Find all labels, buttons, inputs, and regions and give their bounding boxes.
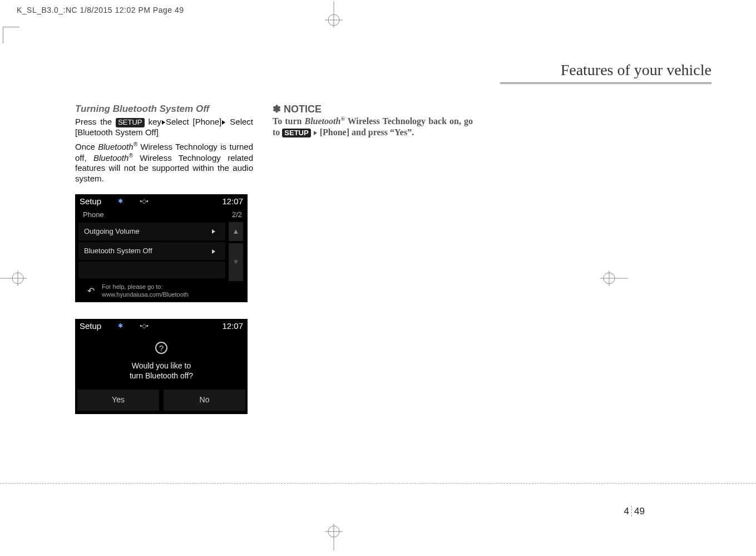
question-icon: ?	[75, 334, 248, 358]
text: Select [Phone]	[166, 117, 221, 126]
scroll-up-button[interactable]: ▲	[229, 222, 243, 241]
registration-mark-bottom	[317, 524, 350, 550]
text: key	[145, 117, 161, 126]
clock: 12:07	[222, 321, 243, 332]
menu-bluetooth-system-off[interactable]: Bluetooth System Off	[78, 242, 225, 260]
text: [Phone] and press “Yes”.	[320, 127, 414, 137]
print-header: K_SL_B3.0_:NC 1/8/2015 12:02 PM Page 49	[17, 6, 184, 14]
screenshot-setup-phone: Setup ✱ •◇• 12:07 Phone 2/2 Outgoing Vol…	[75, 194, 248, 302]
screen-title: Setup	[80, 321, 101, 332]
setup-key-label: SETUP	[116, 118, 144, 127]
dialog-line-1: Would you like to	[75, 361, 248, 371]
registration-mark-right	[600, 267, 628, 289]
bluetooth-word: Bluetooth	[98, 142, 133, 151]
yes-button[interactable]: Yes	[77, 390, 159, 411]
registered-mark: ®	[340, 116, 344, 122]
screen-title: Setup	[80, 196, 101, 207]
text: Once	[75, 142, 98, 151]
notice-label: NOTICE	[281, 104, 322, 115]
submenu-label: Phone	[83, 210, 104, 219]
sound-icon: •◇•	[140, 322, 149, 330]
help-text-2: www.hyundaiusa.com/Bluetooth	[102, 291, 189, 299]
cut-line	[0, 483, 756, 484]
registration-mark-left	[0, 267, 27, 289]
chapter-number: 4	[624, 506, 629, 516]
back-button[interactable]: ↶	[80, 286, 102, 297]
help-text-1: For help, please go to:	[102, 283, 189, 291]
chevron-right-icon	[207, 227, 220, 236]
right-triangle-icon	[222, 120, 225, 125]
no-button[interactable]: No	[164, 390, 245, 411]
chevron-right-icon	[207, 247, 220, 255]
registered-mark: ®	[134, 141, 137, 147]
sound-icon: •◇•	[140, 198, 149, 205]
text: To turn	[273, 116, 305, 126]
text: Press the	[75, 117, 116, 126]
paragraph-2: Once Bluetooth® Wireless Technology is t…	[75, 141, 253, 184]
subheading: Turning Bluetooth System Off	[75, 103, 253, 115]
right-triangle-icon	[314, 131, 317, 135]
crop-mark	[3, 27, 19, 43]
notice-body: To turn Bluetooth® Wireless Technology b…	[273, 116, 473, 138]
clock: 12:07	[222, 196, 243, 207]
menu-label: Outgoing Volume	[84, 227, 140, 236]
scroll-down-button[interactable]: ▼	[229, 243, 243, 281]
bluetooth-icon: ✱	[118, 322, 123, 330]
registration-mark-top	[317, 1, 350, 28]
title-underline	[500, 82, 711, 85]
registered-mark: ®	[129, 152, 132, 159]
dialog-line-2: turn Bluetooth off?	[75, 371, 248, 381]
bluetooth-icon: ✱	[118, 198, 123, 205]
setup-key-label: SETUP	[282, 129, 310, 137]
screenshot-confirm-dialog: Setup ✱ •◇• 12:07 ? Would you like to tu…	[75, 319, 248, 414]
menu-label: Bluetooth System Off	[84, 247, 152, 255]
menu-outgoing-volume[interactable]: Outgoing Volume	[78, 223, 225, 240]
bluetooth-word: Bluetooth	[305, 116, 341, 126]
menu-empty-row	[78, 262, 225, 278]
page-in-chapter: 49	[634, 506, 645, 516]
notice-heading: ✽ NOTICE	[273, 103, 473, 116]
bluetooth-word: Bluetooth	[93, 153, 129, 163]
star-icon: ✽	[273, 104, 281, 115]
page-indicator: 2/2	[232, 210, 242, 219]
right-triangle-icon	[162, 120, 165, 125]
instruction-line-1: Press the SETUP keySelect [Phone] Select…	[75, 117, 253, 138]
section-title: Features of your vehicle	[561, 61, 711, 79]
page-number: 449	[624, 506, 645, 517]
